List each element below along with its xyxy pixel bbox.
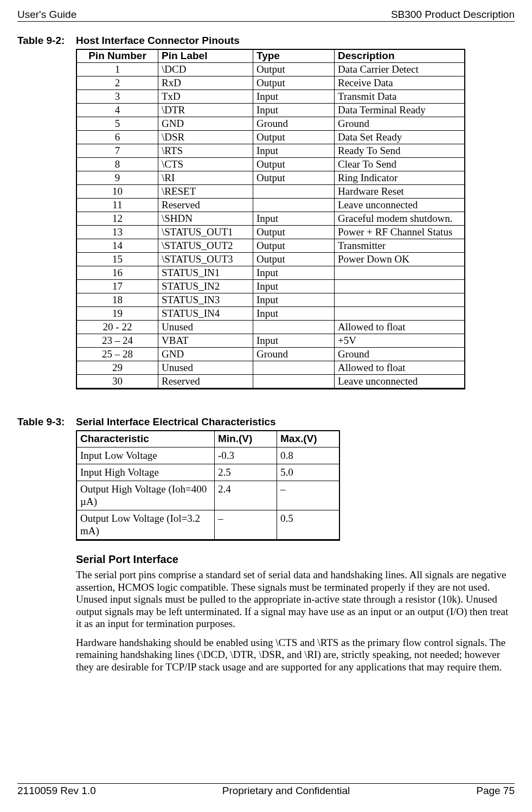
table-cell: Output xyxy=(253,158,335,171)
table-row: 16STATUS_IN1Input xyxy=(77,266,465,280)
table-row: Input Low Voltage-0.30.8 xyxy=(77,447,339,464)
table-row: 7\RTSInputReady To Send xyxy=(77,144,465,158)
table-row: 1\DCDOutputData Carrier Detect xyxy=(77,63,465,76)
table-row: 4\DTRInputData Terminal Ready xyxy=(77,104,465,117)
table-cell: Transmitter xyxy=(335,239,465,253)
table-cell: -0.3 xyxy=(215,447,277,464)
table-cell: Input xyxy=(253,212,335,226)
table-cell: Output xyxy=(253,63,335,76)
table-row: 20 - 22UnusedAllowed to float xyxy=(77,321,465,334)
table-row: 30ReservedLeave unconnected xyxy=(77,375,465,388)
table-row: 12\SHDNInputGraceful modem shutdown. xyxy=(77,212,465,226)
table-cell: 5.0 xyxy=(277,464,339,481)
table1-caption-label: Table 9-2: xyxy=(17,35,76,47)
table-cell: Output xyxy=(253,171,335,185)
table-row: 3TxDInputTransmit Data xyxy=(77,90,465,104)
table-row: 18STATUS_IN3Input xyxy=(77,293,465,307)
table-cell: Ready To Send xyxy=(335,144,465,158)
table-cell: 20 - 22 xyxy=(77,321,158,334)
table-cell: Unused xyxy=(158,361,253,375)
table-row: 29UnusedAllowed to float xyxy=(77,361,465,375)
col-max: Max.(V) xyxy=(277,431,339,447)
table-cell: Input High Voltage xyxy=(77,464,215,481)
table-cell: Input xyxy=(253,307,335,321)
header-left: User's Guide xyxy=(17,9,76,21)
table-cell: Ground xyxy=(335,348,465,361)
table-cell: 6 xyxy=(77,131,158,144)
table-cell: Input xyxy=(253,280,335,293)
table-cell: 11 xyxy=(77,199,158,212)
table-cell: 13 xyxy=(77,226,158,239)
table-cell: Input xyxy=(253,293,335,307)
table-cell: 23 – 24 xyxy=(77,334,158,348)
table2-caption-label: Table 9-3: xyxy=(17,416,76,428)
table-cell: Input xyxy=(253,104,335,117)
table-cell: – xyxy=(215,510,277,540)
footer-left: 2110059 Rev 1.0 xyxy=(17,785,96,797)
table-cell: Output xyxy=(253,239,335,253)
table-cell: – xyxy=(277,481,339,510)
footer-right: Page 75 xyxy=(476,785,515,797)
table-cell: VBAT xyxy=(158,334,253,348)
table-cell: 2 xyxy=(77,76,158,90)
table-cell xyxy=(335,280,465,293)
table1-caption: Table 9-2: Host Interface Connector Pino… xyxy=(17,35,515,47)
table1-frame: Pin Number Pin Label Type Description 1\… xyxy=(76,49,465,389)
table-cell: 25 – 28 xyxy=(77,348,158,361)
table-cell: TxD xyxy=(158,90,253,104)
table-cell: Ground xyxy=(335,117,465,131)
table-cell: Transmit Data xyxy=(335,90,465,104)
table-cell: Input xyxy=(253,90,335,104)
table-cell: Output xyxy=(253,226,335,239)
table-cell: \CTS xyxy=(158,158,253,171)
table-cell: Leave unconnected xyxy=(335,199,465,212)
table-cell: Output xyxy=(253,253,335,266)
table-cell: Output xyxy=(253,131,335,144)
table-cell: \DTR xyxy=(158,104,253,117)
table-cell xyxy=(253,321,335,334)
table-cell xyxy=(335,266,465,280)
table-cell: \RESET xyxy=(158,185,253,199)
table-cell: 17 xyxy=(77,280,158,293)
table-cell: STATUS_IN2 xyxy=(158,280,253,293)
table-cell: Output xyxy=(253,76,335,90)
table-cell: 15 xyxy=(77,253,158,266)
table-cell: 9 xyxy=(77,171,158,185)
table-cell: 18 xyxy=(77,293,158,307)
table-row: 11ReservedLeave unconnected xyxy=(77,199,465,212)
table-cell: Data Terminal Ready xyxy=(335,104,465,117)
pinout-table: Pin Number Pin Label Type Description 1\… xyxy=(76,49,465,388)
table-cell: STATUS_IN3 xyxy=(158,293,253,307)
table-cell: Data Carrier Detect xyxy=(335,63,465,76)
table-cell: 30 xyxy=(77,375,158,388)
table-row: 15\STATUS_OUT3OutputPower Down OK xyxy=(77,253,465,266)
table-cell: Output High Voltage (Ioh=400 µA) xyxy=(77,481,215,510)
table-cell: 16 xyxy=(77,266,158,280)
table-row: 14\STATUS_OUT2OutputTransmitter xyxy=(77,239,465,253)
table-cell: Ground xyxy=(253,117,335,131)
table-header-row: Characteristic Min.(V) Max.(V) xyxy=(77,431,339,447)
table-row: 9\RIOutputRing Indicator xyxy=(77,171,465,185)
table-cell: 19 xyxy=(77,307,158,321)
table-cell: Unused xyxy=(158,321,253,334)
table-cell: RxD xyxy=(158,76,253,90)
table-cell xyxy=(335,307,465,321)
table-cell: Power Down OK xyxy=(335,253,465,266)
table-cell: Power + RF Channel Status xyxy=(335,226,465,239)
table-cell: Input xyxy=(253,144,335,158)
table2-frame: Characteristic Min.(V) Max.(V) Input Low… xyxy=(76,430,340,541)
table-row: Input High Voltage2.55.0 xyxy=(77,464,339,481)
table-row: Output High Voltage (Ioh=400 µA)2.4– xyxy=(77,481,339,510)
table-cell: Output Low Voltage (Iol=3.2 mA) xyxy=(77,510,215,540)
table-cell: \STATUS_OUT3 xyxy=(158,253,253,266)
col-characteristic: Characteristic xyxy=(77,431,215,447)
table-cell: Reserved xyxy=(158,199,253,212)
table-row: 19STATUS_IN4Input xyxy=(77,307,465,321)
table-row: 13\STATUS_OUT1OutputPower + RF Channel S… xyxy=(77,226,465,239)
table-row: 2RxDOutputReceive Data xyxy=(77,76,465,90)
table-cell xyxy=(253,361,335,375)
col-pin-number: Pin Number xyxy=(77,50,158,63)
table-cell: Receive Data xyxy=(335,76,465,90)
table-cell: GND xyxy=(158,348,253,361)
table-cell: \STATUS_OUT1 xyxy=(158,226,253,239)
